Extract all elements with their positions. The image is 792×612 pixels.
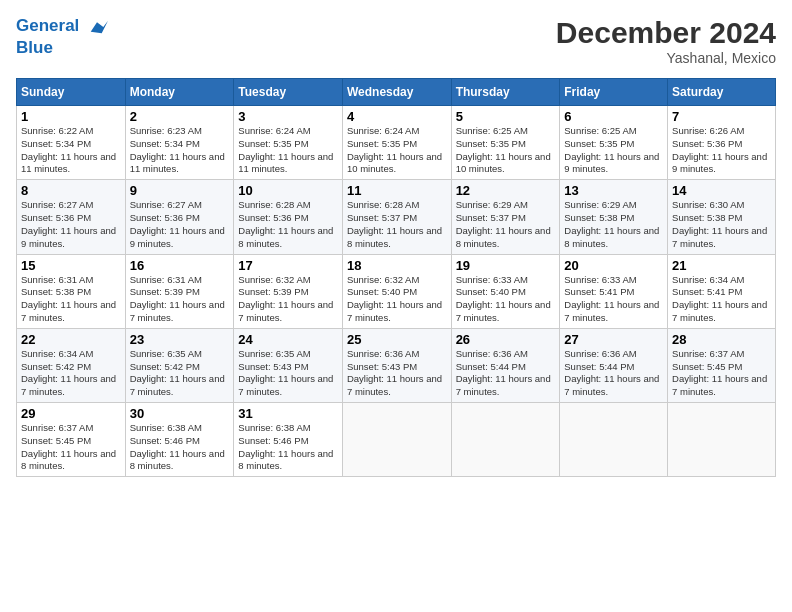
day-number: 20 xyxy=(564,258,663,273)
calendar-table: SundayMondayTuesdayWednesdayThursdayFrid… xyxy=(16,78,776,477)
day-info: Sunrise: 6:33 AMSunset: 5:40 PMDaylight:… xyxy=(456,274,556,325)
calendar-header-row: SundayMondayTuesdayWednesdayThursdayFrid… xyxy=(17,79,776,106)
day-number: 22 xyxy=(21,332,121,347)
day-info: Sunrise: 6:27 AMSunset: 5:36 PMDaylight:… xyxy=(130,199,230,250)
header-tuesday: Tuesday xyxy=(234,79,343,106)
day-cell: 29Sunrise: 6:37 AMSunset: 5:45 PMDayligh… xyxy=(17,403,126,477)
day-number: 28 xyxy=(672,332,771,347)
day-cell: 6Sunrise: 6:25 AMSunset: 5:35 PMDaylight… xyxy=(560,106,668,180)
day-cell xyxy=(342,403,451,477)
day-info: Sunrise: 6:27 AMSunset: 5:36 PMDaylight:… xyxy=(21,199,121,250)
day-cell: 1Sunrise: 6:22 AMSunset: 5:34 PMDaylight… xyxy=(17,106,126,180)
day-cell: 2Sunrise: 6:23 AMSunset: 5:34 PMDaylight… xyxy=(125,106,234,180)
day-info: Sunrise: 6:38 AMSunset: 5:46 PMDaylight:… xyxy=(238,422,338,473)
day-cell: 8Sunrise: 6:27 AMSunset: 5:36 PMDaylight… xyxy=(17,180,126,254)
day-info: Sunrise: 6:36 AMSunset: 5:44 PMDaylight:… xyxy=(564,348,663,399)
day-cell: 17Sunrise: 6:32 AMSunset: 5:39 PMDayligh… xyxy=(234,254,343,328)
day-cell: 21Sunrise: 6:34 AMSunset: 5:41 PMDayligh… xyxy=(668,254,776,328)
day-number: 1 xyxy=(21,109,121,124)
header-thursday: Thursday xyxy=(451,79,560,106)
logo-general: General xyxy=(16,16,79,35)
day-cell xyxy=(451,403,560,477)
day-cell: 12Sunrise: 6:29 AMSunset: 5:37 PMDayligh… xyxy=(451,180,560,254)
day-number: 6 xyxy=(564,109,663,124)
day-info: Sunrise: 6:25 AMSunset: 5:35 PMDaylight:… xyxy=(564,125,663,176)
day-info: Sunrise: 6:34 AMSunset: 5:41 PMDaylight:… xyxy=(672,274,771,325)
header-friday: Friday xyxy=(560,79,668,106)
day-number: 18 xyxy=(347,258,447,273)
week-row-2: 8Sunrise: 6:27 AMSunset: 5:36 PMDaylight… xyxy=(17,180,776,254)
day-number: 25 xyxy=(347,332,447,347)
day-info: Sunrise: 6:33 AMSunset: 5:41 PMDaylight:… xyxy=(564,274,663,325)
day-cell: 31Sunrise: 6:38 AMSunset: 5:46 PMDayligh… xyxy=(234,403,343,477)
day-cell: 20Sunrise: 6:33 AMSunset: 5:41 PMDayligh… xyxy=(560,254,668,328)
day-number: 11 xyxy=(347,183,447,198)
day-info: Sunrise: 6:38 AMSunset: 5:46 PMDaylight:… xyxy=(130,422,230,473)
day-cell: 23Sunrise: 6:35 AMSunset: 5:42 PMDayligh… xyxy=(125,328,234,402)
day-info: Sunrise: 6:26 AMSunset: 5:36 PMDaylight:… xyxy=(672,125,771,176)
day-cell: 9Sunrise: 6:27 AMSunset: 5:36 PMDaylight… xyxy=(125,180,234,254)
header-saturday: Saturday xyxy=(668,79,776,106)
day-number: 31 xyxy=(238,406,338,421)
day-cell xyxy=(668,403,776,477)
page-header: General Blue December 2024 Yashanal, Mex… xyxy=(16,16,776,66)
day-info: Sunrise: 6:29 AMSunset: 5:38 PMDaylight:… xyxy=(564,199,663,250)
day-info: Sunrise: 6:37 AMSunset: 5:45 PMDaylight:… xyxy=(21,422,121,473)
day-cell: 27Sunrise: 6:36 AMSunset: 5:44 PMDayligh… xyxy=(560,328,668,402)
day-number: 17 xyxy=(238,258,338,273)
month-title: December 2024 xyxy=(556,16,776,50)
title-block: December 2024 Yashanal, Mexico xyxy=(556,16,776,66)
day-number: 3 xyxy=(238,109,338,124)
day-cell: 25Sunrise: 6:36 AMSunset: 5:43 PMDayligh… xyxy=(342,328,451,402)
day-info: Sunrise: 6:22 AMSunset: 5:34 PMDaylight:… xyxy=(21,125,121,176)
day-number: 7 xyxy=(672,109,771,124)
week-row-5: 29Sunrise: 6:37 AMSunset: 5:45 PMDayligh… xyxy=(17,403,776,477)
day-cell: 7Sunrise: 6:26 AMSunset: 5:36 PMDaylight… xyxy=(668,106,776,180)
day-info: Sunrise: 6:37 AMSunset: 5:45 PMDaylight:… xyxy=(672,348,771,399)
day-info: Sunrise: 6:24 AMSunset: 5:35 PMDaylight:… xyxy=(347,125,447,176)
day-number: 13 xyxy=(564,183,663,198)
day-cell: 14Sunrise: 6:30 AMSunset: 5:38 PMDayligh… xyxy=(668,180,776,254)
day-cell: 24Sunrise: 6:35 AMSunset: 5:43 PMDayligh… xyxy=(234,328,343,402)
day-number: 16 xyxy=(130,258,230,273)
logo: General Blue xyxy=(16,16,108,58)
day-cell: 19Sunrise: 6:33 AMSunset: 5:40 PMDayligh… xyxy=(451,254,560,328)
day-number: 8 xyxy=(21,183,121,198)
day-number: 29 xyxy=(21,406,121,421)
location: Yashanal, Mexico xyxy=(556,50,776,66)
day-cell: 5Sunrise: 6:25 AMSunset: 5:35 PMDaylight… xyxy=(451,106,560,180)
day-number: 14 xyxy=(672,183,771,198)
day-info: Sunrise: 6:34 AMSunset: 5:42 PMDaylight:… xyxy=(21,348,121,399)
day-info: Sunrise: 6:29 AMSunset: 5:37 PMDaylight:… xyxy=(456,199,556,250)
header-monday: Monday xyxy=(125,79,234,106)
svg-marker-0 xyxy=(91,21,108,34)
day-info: Sunrise: 6:28 AMSunset: 5:36 PMDaylight:… xyxy=(238,199,338,250)
day-number: 19 xyxy=(456,258,556,273)
day-info: Sunrise: 6:35 AMSunset: 5:43 PMDaylight:… xyxy=(238,348,338,399)
week-row-3: 15Sunrise: 6:31 AMSunset: 5:38 PMDayligh… xyxy=(17,254,776,328)
day-number: 30 xyxy=(130,406,230,421)
day-info: Sunrise: 6:36 AMSunset: 5:44 PMDaylight:… xyxy=(456,348,556,399)
logo-blue: Blue xyxy=(16,38,108,58)
day-info: Sunrise: 6:25 AMSunset: 5:35 PMDaylight:… xyxy=(456,125,556,176)
day-info: Sunrise: 6:23 AMSunset: 5:34 PMDaylight:… xyxy=(130,125,230,176)
day-cell: 10Sunrise: 6:28 AMSunset: 5:36 PMDayligh… xyxy=(234,180,343,254)
day-info: Sunrise: 6:32 AMSunset: 5:40 PMDaylight:… xyxy=(347,274,447,325)
header-wednesday: Wednesday xyxy=(342,79,451,106)
day-cell: 22Sunrise: 6:34 AMSunset: 5:42 PMDayligh… xyxy=(17,328,126,402)
day-info: Sunrise: 6:28 AMSunset: 5:37 PMDaylight:… xyxy=(347,199,447,250)
day-info: Sunrise: 6:31 AMSunset: 5:39 PMDaylight:… xyxy=(130,274,230,325)
day-cell: 16Sunrise: 6:31 AMSunset: 5:39 PMDayligh… xyxy=(125,254,234,328)
day-cell: 26Sunrise: 6:36 AMSunset: 5:44 PMDayligh… xyxy=(451,328,560,402)
day-cell: 13Sunrise: 6:29 AMSunset: 5:38 PMDayligh… xyxy=(560,180,668,254)
day-number: 21 xyxy=(672,258,771,273)
header-sunday: Sunday xyxy=(17,79,126,106)
day-info: Sunrise: 6:32 AMSunset: 5:39 PMDaylight:… xyxy=(238,274,338,325)
day-info: Sunrise: 6:24 AMSunset: 5:35 PMDaylight:… xyxy=(238,125,338,176)
day-cell: 11Sunrise: 6:28 AMSunset: 5:37 PMDayligh… xyxy=(342,180,451,254)
day-number: 27 xyxy=(564,332,663,347)
day-cell: 30Sunrise: 6:38 AMSunset: 5:46 PMDayligh… xyxy=(125,403,234,477)
logo-bird-icon xyxy=(86,16,108,38)
week-row-4: 22Sunrise: 6:34 AMSunset: 5:42 PMDayligh… xyxy=(17,328,776,402)
day-cell: 18Sunrise: 6:32 AMSunset: 5:40 PMDayligh… xyxy=(342,254,451,328)
